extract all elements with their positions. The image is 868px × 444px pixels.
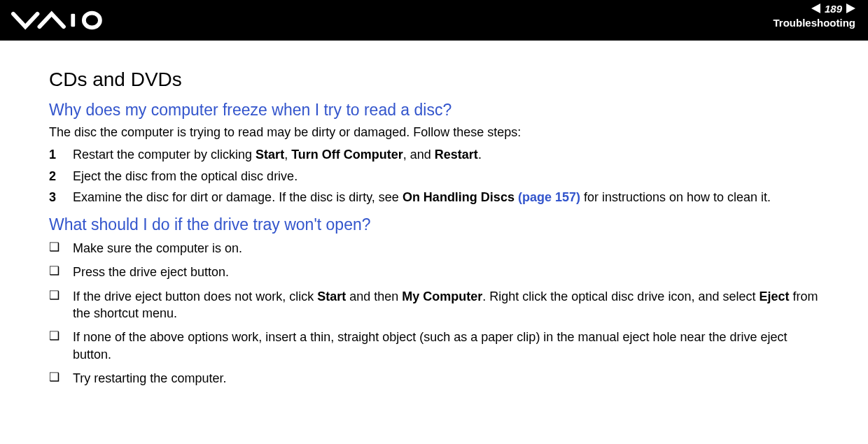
text: If the drive eject button does not work,… [73,289,317,303]
page-link[interactable]: (page 157) [518,190,580,204]
bold: Start [255,148,284,162]
text: Restart the computer by clicking [73,148,255,162]
bold: Eject [759,289,789,303]
q2-bullets: Make sure the computer is on. Press the … [49,240,819,387]
bold: My Computer [402,289,482,303]
q1-steps: Restart the computer by clicking Start, … [49,146,819,206]
list-item: Try restarting the computer. [49,370,819,387]
list-item: Press the drive eject button. [49,264,819,280]
text: and then [346,289,402,303]
question-1: Why does my computer freeze when I try t… [49,101,819,120]
text: Examine the disc for dirt or damage. If … [73,190,402,204]
list-item: If the drive eject button does not work,… [49,288,819,322]
list-item: If none of the above options work, inser… [49,329,819,363]
page-title: CDs and DVDs [49,69,819,91]
q1-intro: The disc the computer is trying to read … [49,124,819,141]
content: CDs and DVDs Why does my computer freeze… [0,41,868,408]
step-1: Restart the computer by clicking Start, … [49,146,819,163]
text: , [284,148,291,162]
prev-page-arrow-icon[interactable] [811,3,820,13]
section-label: Troubleshooting [774,17,856,29]
bold: Start [317,289,346,303]
svg-point-1 [84,13,100,28]
page-nav: 189 Troubleshooting [774,1,856,29]
question-2: What should I do if the drive tray won't… [49,215,819,234]
next-page-arrow-icon[interactable] [846,3,855,13]
svg-rect-0 [71,14,75,27]
text: , and [403,148,435,162]
step-2: Eject the disc from the optical disc dri… [49,168,819,185]
step-3: Examine the disc for dirt or damage. If … [49,189,819,206]
vaio-logo [11,10,116,31]
text: . Right click the optical disc drive ico… [482,289,759,303]
bold: Turn Off Computer [291,148,403,162]
text: . [478,148,482,162]
bold: Restart [435,148,478,162]
text: for instructions on how to clean it. [580,190,771,204]
header-bar: 189 Troubleshooting [0,0,868,41]
bold: On Handling Discs [402,190,518,204]
list-item: Make sure the computer is on. [49,240,819,257]
page-number: 189 [825,3,842,15]
